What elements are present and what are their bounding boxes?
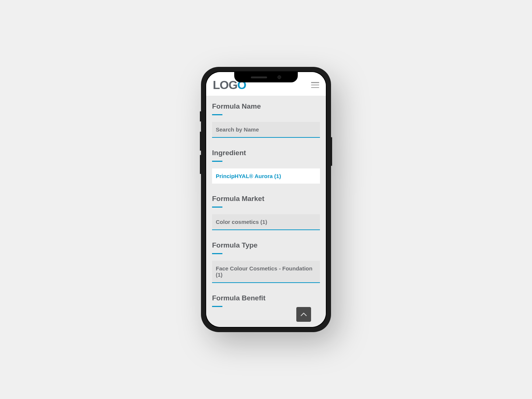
phone-notch	[234, 72, 298, 82]
title-underline	[212, 114, 222, 115]
phone-speaker	[251, 76, 267, 78]
title-underline	[212, 306, 222, 307]
menu-icon[interactable]	[311, 82, 319, 88]
phone-camera	[277, 75, 281, 79]
phone-silent-switch	[200, 111, 201, 122]
chevron-up-icon	[301, 313, 307, 316]
phone-volume-down	[200, 155, 201, 174]
title-underline	[212, 207, 222, 208]
section-title: Formula Name	[212, 102, 320, 110]
section-formula-name: Formula Name	[212, 102, 320, 138]
section-title: Formula Market	[212, 195, 320, 203]
formula-market-value: Color cosmetics (1)	[216, 219, 267, 225]
section-title: Ingredient	[212, 149, 320, 157]
phone-frame: LOGO Formula Name Ingr	[201, 67, 331, 332]
title-underline	[212, 253, 222, 254]
phone-volume-up	[200, 132, 201, 151]
scroll-to-top-button[interactable]	[296, 307, 311, 322]
title-underline	[212, 161, 222, 162]
logo-text-dark: LOG	[213, 78, 237, 92]
filter-panel: Formula Name Ingredient PrincipHYAL® Aur…	[206, 96, 326, 327]
formula-market-item[interactable]: Color cosmetics (1)	[212, 214, 320, 230]
section-title: Formula Benefit	[212, 294, 320, 302]
section-formula-market: Formula Market Color cosmetics (1)	[212, 195, 320, 230]
section-ingredient: Ingredient PrincipHYAL® Aurora (1)	[212, 149, 320, 184]
section-formula-type: Formula Type Face Colour Cosmetics - Fou…	[212, 241, 320, 283]
search-name-field[interactable]	[212, 122, 320, 138]
ingredient-value: PrincipHYAL® Aurora (1)	[216, 173, 281, 179]
search-name-input[interactable]	[216, 126, 316, 133]
section-formula-benefit: Formula Benefit	[212, 294, 320, 307]
phone-screen: LOGO Formula Name Ingr	[206, 72, 326, 327]
ingredient-selected-item[interactable]: PrincipHYAL® Aurora (1)	[212, 168, 320, 184]
formula-type-value: Face Colour Cosmetics - Foundation (1)	[216, 265, 313, 278]
section-title: Formula Type	[212, 241, 320, 249]
formula-type-item[interactable]: Face Colour Cosmetics - Foundation (1)	[212, 261, 320, 283]
phone-power-button	[331, 137, 332, 166]
